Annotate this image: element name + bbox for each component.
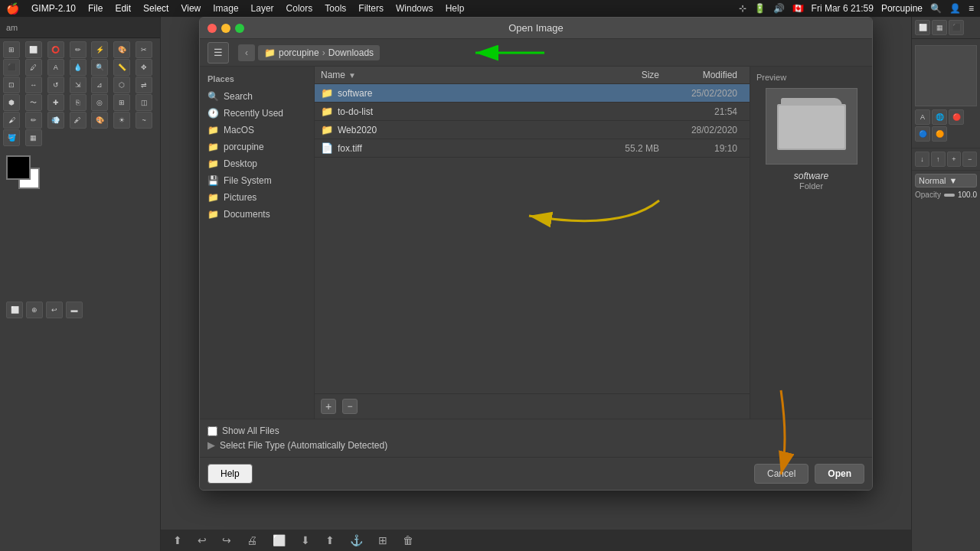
places-item-macos[interactable]: 📁 MacOS [200,122,314,139]
status-icon-undo[interactable]: ↩ [198,534,207,546]
file-row-foxtiff[interactable]: 📄 fox.tiff 55.2 MB 19:10 [315,139,750,158]
tool-rotate[interactable]: ↺ [47,77,64,93]
status-icon-down[interactable]: ⬇ [301,534,310,546]
places-item-desktop[interactable]: 📁 Desktop [200,155,314,172]
tool-transform[interactable]: ↔ [25,77,42,93]
menu-file[interactable]: File [88,3,103,14]
status-icon-frame[interactable]: ⬜ [273,534,286,546]
view-btn[interactable]: ⬜ [6,302,23,318]
tool-airbrush[interactable]: 💨 [47,112,64,129]
r-icon-5[interactable]: 🟠 [932,126,947,142]
menu-help[interactable]: Help [446,3,465,14]
tool-new[interactable]: ⊞ [3,41,20,58]
open-button[interactable]: Open [815,464,864,484]
places-item-pictures[interactable]: 📁 Pictures [200,189,314,206]
remove-place-btn[interactable]: − [342,399,358,414]
menu-filters[interactable]: Filters [358,3,384,14]
show-all-files-label[interactable]: Show All Files [222,425,279,436]
column-modified-header[interactable]: Modified [659,70,743,80]
status-icon-layers[interactable]: ⊞ [378,534,387,546]
opacity-slider[interactable] [944,194,955,197]
r-icon-2[interactable]: 🌐 [932,109,947,125]
layout-btn[interactable]: ⊕ [26,302,43,318]
view-toggle-btn[interactable]: ☰ [207,42,229,64]
menu-tools[interactable]: Tools [325,3,346,14]
menu-edit[interactable]: Edit [115,3,131,14]
search-menu-icon[interactable]: 🔍 [930,3,942,14]
foreground-color[interactable] [6,155,31,180]
menu-view[interactable]: View [181,3,201,14]
app-name[interactable]: GIMP-2.10 [31,3,76,14]
tool-color-select[interactable]: 🎨 [113,41,130,58]
tool-fill[interactable]: 🪣 [3,129,20,146]
add-place-btn[interactable]: + [321,399,336,414]
tool-clone[interactable]: ⎘ [70,94,87,111]
mode-dropdown[interactable]: Normal ▼ [915,174,977,187]
tool-align[interactable]: ⊡ [3,77,20,93]
breadcrumb-folder[interactable]: porcupine [279,47,319,58]
tool-color-picker[interactable]: 💧 [70,59,87,76]
tool-text[interactable]: A [47,59,64,76]
tool-heal[interactable]: ✚ [47,94,64,111]
cancel-button[interactable]: Cancel [754,464,808,484]
r-icon-4[interactable]: 🔵 [915,126,930,142]
apple-menu[interactable]: 🍎 [6,2,19,15]
status-icon-up2[interactable]: ⬆ [325,534,335,546]
places-item-recently-used[interactable]: 🕐 Recently Used [200,105,314,122]
menu-select[interactable]: Select [143,3,168,14]
undo-view-btn[interactable]: ↩ [46,302,63,318]
status-icon-anchor[interactable]: ⚓ [350,534,363,546]
tool-shear[interactable]: ⊿ [91,77,108,93]
rb-4[interactable]: − [962,152,977,167]
tool-erase[interactable]: ◫ [136,94,152,111]
right-tool-2[interactable]: ▦ [932,20,947,35]
tool-measure[interactable]: 📏 [113,59,130,76]
options-icon[interactable]: ≡ [969,3,974,14]
tool-flip[interactable]: ⇌ [136,77,152,93]
tool-smudge[interactable]: ~ [136,112,152,129]
view-mode-btn[interactable]: ▬ [66,302,83,318]
r-icon-3[interactable]: 🔴 [949,109,964,125]
tool-scissors[interactable]: ✂ [136,41,152,58]
file-row-web2020[interactable]: 📁 Web2020 28/02/2020 [315,121,750,139]
rb-1[interactable]: ↓ [915,152,929,167]
tool-spot-heal[interactable]: ◎ [91,94,108,111]
menu-layer[interactable]: Layer [251,3,274,14]
places-item-porcupine[interactable]: 📁 porcupine [200,139,314,155]
file-row-todolist[interactable]: 📁 to-do-list 21:54 [315,103,750,121]
breadcrumb-back-btn[interactable]: ‹ [238,44,255,61]
select-file-type-toggle[interactable]: ▶ [207,439,215,451]
tool-move[interactable]: ✥ [136,59,152,76]
maximize-button[interactable] [235,24,244,33]
file-row-software[interactable]: 📁 software 25/02/2020 [315,84,750,103]
tool-dodge-burn[interactable]: ☀ [113,112,130,129]
minimize-button[interactable] [221,24,230,33]
status-icon-redo[interactable]: ↪ [222,534,231,546]
tool-scale[interactable]: ⇲ [70,77,87,93]
menu-colors[interactable]: Colors [286,3,313,14]
show-all-files-checkbox[interactable] [207,426,217,436]
status-icon-trash[interactable]: 🗑 [403,534,413,546]
help-button[interactable]: Help [207,464,253,484]
tool-ink[interactable]: 🖋 [70,112,87,129]
tool-pencil[interactable]: ✏ [25,112,42,129]
tool-mypaint[interactable]: 🎨 [91,112,108,129]
column-size-header[interactable]: Size [598,70,659,80]
places-item-search[interactable]: 🔍 Search [200,88,314,105]
menu-image[interactable]: Image [213,3,238,14]
menu-windows[interactable]: Windows [396,3,433,14]
rb-3[interactable]: + [947,152,962,167]
places-item-filesystem[interactable]: 💾 File System [200,172,314,189]
status-icon-up[interactable]: ⬆ [173,534,182,546]
tool-fuzzy-select[interactable]: ⚡ [91,41,108,58]
places-item-documents[interactable]: 📁 Documents [200,206,314,223]
column-name-header[interactable]: Name ▼ [321,70,598,80]
tool-foreground-select[interactable]: ⬛ [3,59,20,76]
tool-paint[interactable]: 🖌 [3,112,20,129]
tool-ellipse-select[interactable]: ⭕ [47,41,64,58]
close-button[interactable] [207,24,217,33]
r-icon-1[interactable]: A [915,109,930,125]
tool-cage[interactable]: ⬢ [3,94,20,111]
tool-warp[interactable]: 〜 [25,94,42,111]
tool-free-select[interactable]: ✏ [70,41,87,58]
